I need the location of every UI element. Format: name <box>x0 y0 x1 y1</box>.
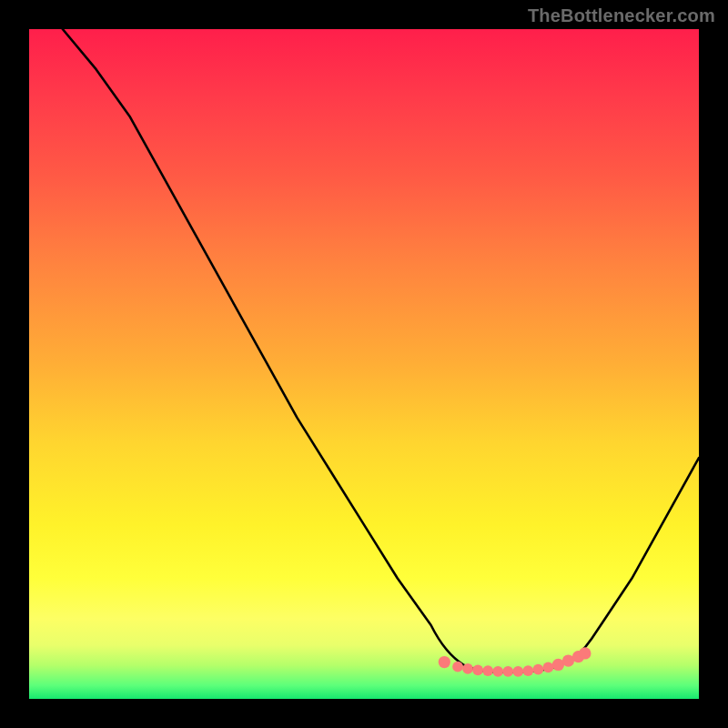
svg-point-8 <box>522 665 533 676</box>
chart-frame: TheBottlenecker.com <box>0 0 728 728</box>
svg-point-9 <box>532 664 543 675</box>
plot-area <box>29 29 699 699</box>
svg-point-6 <box>502 666 513 677</box>
svg-point-1 <box>452 662 463 672</box>
svg-point-5 <box>492 666 503 677</box>
svg-point-10 <box>543 662 554 673</box>
svg-point-3 <box>472 664 483 675</box>
svg-point-7 <box>512 666 523 677</box>
svg-point-14 <box>579 647 591 659</box>
bottleneck-curve <box>63 29 699 672</box>
svg-point-0 <box>439 656 450 668</box>
chart-svg <box>29 29 699 699</box>
svg-point-2 <box>462 663 473 674</box>
svg-point-4 <box>482 665 493 676</box>
watermark-text: TheBottlenecker.com <box>528 5 715 26</box>
